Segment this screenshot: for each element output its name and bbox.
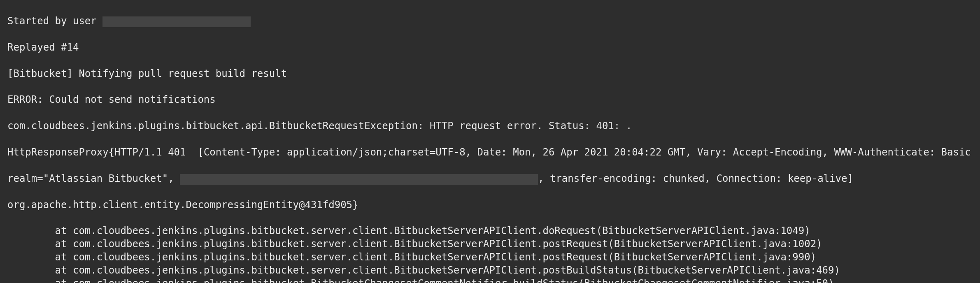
http-header-line-1: HttpResponseProxy{HTTP/1.1 401 [Content-…: [7, 146, 973, 159]
redacted-header-value: [180, 174, 538, 185]
replayed-line: Replayed #14: [7, 41, 973, 54]
notify-line: [Bitbucket] Notifying pull request build…: [7, 67, 973, 81]
error-line: ERROR: Could not send notifications: [7, 93, 973, 107]
console-output: Started by user Replayed #14 [Bitbucket]…: [0, 0, 980, 283]
stack-frame: at com.cloudbees.jenkins.plugins.bitbuck…: [7, 277, 973, 283]
exception-line: com.cloudbees.jenkins.plugins.bitbucket.…: [7, 120, 973, 133]
started-by-line: Started by user: [7, 15, 973, 28]
entity-line: org.apache.http.client.entity.Decompress…: [7, 199, 973, 212]
stack-frame: at com.cloudbees.jenkins.plugins.bitbuck…: [7, 225, 973, 238]
redacted-username: [102, 16, 251, 27]
stack-frame: at com.cloudbees.jenkins.plugins.bitbuck…: [7, 238, 973, 251]
started-by-prefix: Started by user: [7, 15, 102, 27]
stack-frame: at com.cloudbees.jenkins.plugins.bitbuck…: [7, 264, 973, 277]
stack-trace: at com.cloudbees.jenkins.plugins.bitbuck…: [7, 225, 973, 283]
http-header-line-2a: realm="Atlassian Bitbucket",: [7, 173, 180, 184]
http-header-line-2b: , transfer-encoding: chunked, Connection…: [538, 173, 859, 184]
http-header-line-2: realm="Atlassian Bitbucket", , transfer-…: [7, 172, 973, 186]
stack-frame: at com.cloudbees.jenkins.plugins.bitbuck…: [7, 251, 973, 264]
